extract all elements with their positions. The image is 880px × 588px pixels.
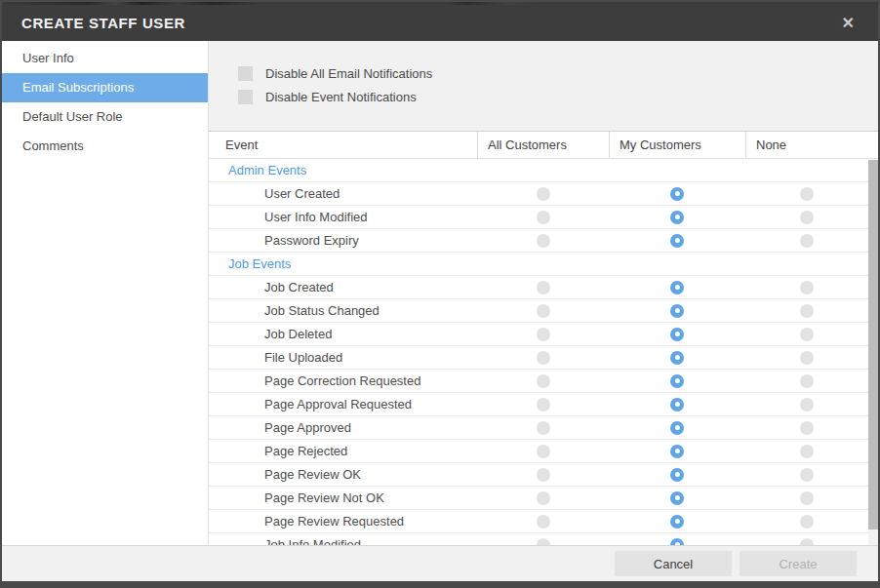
event-label: Page Approval Requested [209,397,477,412]
radio-cell-all-customers [477,491,609,505]
radio-cell-all-customers [477,351,609,365]
radio-my-customers[interactable] [670,234,684,248]
radio-all-customers[interactable] [537,445,550,458]
checkbox-disable-event-notifications[interactable] [238,90,253,104]
radio-my-customers[interactable] [670,211,684,224]
radio-cell-my-customers [609,421,745,435]
radio-cell-all-customers [477,398,609,412]
group-label: Job Events [209,256,868,271]
event-label: Page Rejected [209,444,477,458]
radio-none[interactable] [800,234,814,248]
option-row-disable-all-email-notifications: Disable All Email Notifications [238,66,878,81]
radio-cell-my-customers [609,538,745,546]
radio-my-customers[interactable] [670,351,684,365]
radio-cell-all-customers [477,328,609,341]
event-label: Page Approved [209,420,477,435]
radio-none[interactable] [800,398,814,412]
scrollbar-thumb[interactable] [868,160,878,529]
radio-all-customers[interactable] [537,304,550,318]
radio-cell-all-customers [477,234,609,248]
radio-my-customers[interactable] [670,421,684,435]
radio-my-customers[interactable] [670,304,684,318]
radio-none[interactable] [800,281,814,294]
radio-cell-all-customers [477,374,609,388]
radio-my-customers[interactable] [670,538,684,546]
radio-all-customers[interactable] [537,211,550,224]
radio-all-customers[interactable] [537,491,550,505]
radio-all-customers[interactable] [537,468,550,482]
table-row-page-correction-requested: Page Correction Requested [209,370,878,393]
event-label: Job Status Changed [209,303,477,318]
column-header-all-customers: All Customers [477,132,609,158]
radio-none[interactable] [800,374,814,388]
table-row-page-review-requested: Page Review Requested [209,510,878,533]
radio-cell-all-customers [477,468,609,482]
radio-none[interactable] [800,328,814,341]
radio-cell-my-customers [609,491,745,505]
table-row-page-rejected: Page Rejected [209,440,878,463]
radio-my-customers[interactable] [670,398,684,412]
radio-cell-my-customers [609,374,745,388]
radio-none[interactable] [800,187,814,201]
radio-cell-my-customers [609,351,745,365]
sidebar-item-comments[interactable]: Comments [2,132,208,161]
radio-all-customers[interactable] [537,515,550,529]
radio-cell-none [745,538,868,546]
event-label: Page Review Not OK [209,490,477,505]
radio-my-customers[interactable] [670,328,684,341]
checkbox-disable-all-email-notifications[interactable] [238,66,253,81]
sidebar-item-user-info[interactable]: User Info [2,44,208,73]
radio-none[interactable] [800,351,814,365]
table-row-job-deleted: Job Deleted [209,323,878,346]
radio-all-customers[interactable] [537,398,550,412]
radio-my-customers[interactable] [670,468,684,482]
radio-all-customers[interactable] [537,234,550,248]
radio-my-customers[interactable] [670,281,684,294]
radio-cell-none [745,211,868,224]
radio-none[interactable] [800,515,814,529]
radio-none[interactable] [800,304,814,318]
radio-none[interactable] [800,468,814,482]
radio-cell-my-customers [609,398,745,412]
radio-none[interactable] [800,491,814,505]
radio-all-customers[interactable] [537,281,550,294]
checkbox-label: Disable Event Notifications [265,90,417,104]
radio-cell-all-customers [477,187,609,201]
radio-my-customers[interactable] [670,374,684,388]
cancel-button[interactable]: Cancel [615,551,732,576]
close-icon[interactable]: ✕ [842,16,855,31]
radio-my-customers[interactable] [670,515,684,529]
radio-my-customers[interactable] [670,187,684,201]
radio-none[interactable] [800,538,814,546]
event-label: User Info Modified [209,210,477,224]
radio-cell-my-customers [609,211,745,224]
radio-cell-none [745,398,868,412]
radio-all-customers[interactable] [537,538,550,546]
event-label: Job Deleted [209,327,477,341]
radio-cell-all-customers [477,281,609,294]
vertical-scrollbar[interactable] [868,160,878,545]
radio-my-customers[interactable] [670,445,684,458]
table-row-page-review-ok: Page Review OK [209,463,878,487]
radio-my-customers[interactable] [670,491,684,505]
table-row-password-expiry: Password Expiry [209,229,878,253]
radio-none[interactable] [800,211,814,224]
radio-all-customers[interactable] [537,374,550,388]
create-button[interactable]: Create [740,551,857,576]
table-row-job-status-changed: Job Status Changed [209,299,878,323]
radio-all-customers[interactable] [537,351,550,365]
radio-none[interactable] [800,421,814,435]
radio-cell-my-customers [609,445,745,458]
event-label: Page Correction Requested [209,373,477,388]
radio-cell-my-customers [609,281,745,294]
radio-cell-my-customers [609,468,745,482]
radio-all-customers[interactable] [537,328,550,341]
radio-none[interactable] [800,445,814,458]
radio-cell-all-customers [477,515,609,529]
radio-cell-none [745,187,868,201]
sidebar-item-default-user-role[interactable]: Default User Role [2,102,208,132]
radio-all-customers[interactable] [537,187,550,201]
sidebar-item-email-subscriptions[interactable]: Email Subscriptions [2,73,208,102]
radio-all-customers[interactable] [537,421,550,435]
event-label: User Created [209,186,477,201]
